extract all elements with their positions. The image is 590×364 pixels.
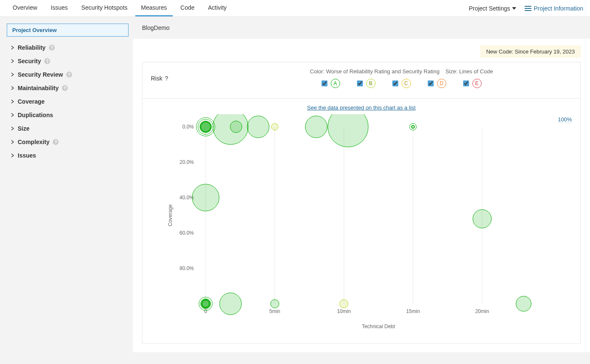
svg-text:15min: 15min: [406, 308, 420, 314]
rating-checkbox-b[interactable]: [357, 80, 363, 86]
rating-checkbox-a[interactable]: [322, 80, 327, 86]
svg-point-26: [247, 116, 269, 138]
sidebar-item-security[interactable]: Security?: [7, 54, 129, 68]
sidebar-item-label: Size: [18, 125, 30, 132]
caret-down-icon: [512, 7, 516, 10]
svg-point-39: [220, 293, 241, 315]
svg-point-23: [200, 121, 212, 133]
svg-rect-0: [525, 6, 531, 7]
sidebar-item-label: Project Overview: [12, 27, 57, 33]
rating-filters: ABCDE: [322, 79, 482, 88]
svg-rect-2: [525, 10, 531, 11]
help-icon[interactable]: ?: [53, 139, 59, 145]
svg-point-34: [473, 209, 491, 228]
svg-point-25: [230, 121, 242, 133]
tab-code[interactable]: Code: [174, 0, 200, 16]
svg-text:20min: 20min: [475, 308, 489, 314]
rating-filter-c[interactable]: C: [392, 79, 411, 88]
see-data-as-list-link[interactable]: See the data presented on this chart as …: [151, 104, 572, 111]
sidebar-item-size[interactable]: Size: [7, 122, 129, 135]
svg-point-33: [192, 184, 219, 211]
chevron-right-icon: [11, 59, 14, 63]
measures-sidebar: Project Overview Reliability?Security?Se…: [0, 17, 133, 364]
help-icon[interactable]: ?: [44, 58, 50, 64]
chevron-right-icon: [11, 73, 14, 76]
svg-text:5min: 5min: [269, 308, 280, 314]
svg-text:20.0%: 20.0%: [180, 159, 194, 165]
tab-measures[interactable]: Measures: [135, 0, 173, 16]
project-info-label: Project Information: [534, 5, 584, 12]
breadcrumb-item: BlogDemo: [142, 24, 169, 31]
svg-point-27: [271, 123, 278, 130]
sidebar-item-reliability[interactable]: Reliability?: [7, 41, 129, 54]
sidebar-item-coverage[interactable]: Coverage: [7, 95, 129, 108]
tab-security-hotspots[interactable]: Security Hotspots: [75, 0, 134, 16]
chevron-right-icon: [11, 113, 14, 117]
chevron-right-icon: [11, 46, 14, 49]
rating-filter-e[interactable]: E: [463, 79, 482, 88]
rating-filter-b[interactable]: B: [357, 79, 375, 88]
rating-badge-c: C: [402, 79, 411, 88]
svg-point-32: [412, 126, 414, 128]
sidebar-item-maintainability[interactable]: Maintainability?: [7, 81, 129, 95]
rating-checkbox-e[interactable]: [463, 80, 469, 86]
sidebar-item-label: Issues: [18, 152, 36, 159]
svg-point-42: [516, 296, 531, 311]
svg-text:10min: 10min: [337, 308, 351, 314]
sidebar-item-label: Security Review: [18, 71, 63, 78]
svg-text:80.0%: 80.0%: [180, 265, 194, 271]
sidebar-item-label: Duplications: [18, 112, 53, 118]
new-code-banner: New Code: Since February 19, 2023: [480, 46, 581, 58]
chevron-right-icon: [11, 154, 14, 157]
svg-point-41: [340, 300, 348, 308]
svg-rect-1: [525, 8, 531, 9]
svg-text:Technical Debt: Technical Debt: [362, 324, 395, 329]
svg-point-40: [271, 300, 279, 308]
tab-issues[interactable]: Issues: [45, 0, 73, 16]
sidebar-item-label: Reliability: [18, 44, 46, 51]
tab-overview[interactable]: Overview: [7, 0, 43, 16]
chevron-right-icon: [11, 100, 14, 103]
project-information-link[interactable]: Project Information: [525, 5, 584, 12]
legend-text: Color: Worse of Reliability Rating and S…: [310, 68, 493, 75]
nav-tabs: OverviewIssuesSecurity HotspotsMeasuresC…: [7, 0, 233, 16]
zoom-indicator[interactable]: 100%: [558, 116, 572, 123]
sidebar-item-label: Maintainability: [18, 85, 59, 91]
sidebar-item-security-review[interactable]: Security Review?: [7, 68, 129, 81]
sidebar-item-label: Complexity: [18, 139, 49, 145]
help-icon[interactable]: ?: [62, 85, 68, 91]
help-icon[interactable]: ?: [49, 45, 55, 51]
list-icon: [525, 6, 531, 11]
sidebar-item-label: Security: [18, 58, 41, 64]
svg-point-29: [328, 114, 368, 147]
rating-badge-e: E: [472, 79, 482, 88]
risk-label: Risk ?: [151, 75, 231, 82]
help-icon[interactable]: ?: [165, 75, 168, 82]
help-icon[interactable]: ?: [66, 72, 72, 78]
nav-tabs-bar: OverviewIssuesSecurity HotspotsMeasuresC…: [0, 0, 590, 17]
project-settings-label: Project Settings: [469, 5, 510, 12]
sidebar-item-duplications[interactable]: Duplications: [7, 108, 129, 122]
chevron-right-icon: [11, 140, 14, 144]
tab-activity[interactable]: Activity: [202, 0, 232, 16]
rating-checkbox-c[interactable]: [392, 80, 398, 86]
rating-filter-d[interactable]: D: [428, 79, 446, 88]
svg-point-28: [305, 116, 327, 138]
rating-filter-a[interactable]: A: [322, 79, 340, 88]
svg-point-38: [201, 300, 210, 308]
risk-bubble-chart[interactable]: 05min10min15min20min0.0%20.0%40.0%60.0%8…: [151, 114, 564, 333]
svg-text:Coverage: Coverage: [167, 204, 173, 226]
svg-text:40.0%: 40.0%: [180, 195, 194, 201]
rating-checkbox-d[interactable]: [428, 80, 434, 86]
svg-text:60.0%: 60.0%: [180, 230, 194, 236]
sidebar-item-project-overview[interactable]: Project Overview: [7, 24, 129, 37]
risk-chart-panel: Risk ? Color: Worse of Reliability Ratin…: [142, 62, 581, 344]
breadcrumb[interactable]: BlogDemo: [133, 17, 590, 39]
sidebar-item-complexity[interactable]: Complexity?: [7, 135, 129, 149]
sidebar-item-issues[interactable]: Issues: [7, 149, 129, 162]
chevron-right-icon: [11, 127, 14, 130]
svg-text:0.0%: 0.0%: [182, 124, 194, 130]
project-settings-dropdown[interactable]: Project Settings: [469, 5, 516, 12]
rating-badge-d: D: [437, 79, 446, 88]
main-content: BlogDemo New Code: Since February 19, 20…: [133, 17, 590, 364]
